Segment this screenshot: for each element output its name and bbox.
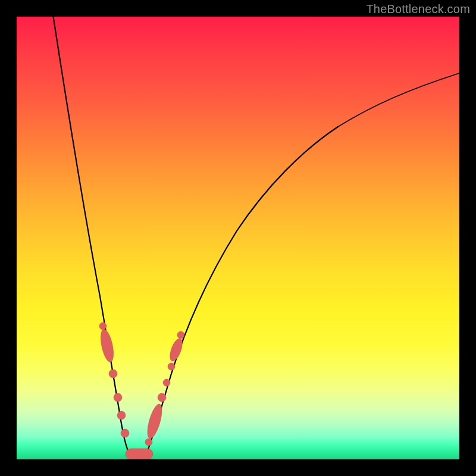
curve-right-branch-upper	[338, 73, 459, 127]
curve-left-branch	[52, 17, 131, 457]
marker-left-dot-1	[109, 369, 117, 378]
marker-rl-3	[163, 379, 170, 386]
watermark-text: TheBottleneck.com	[366, 2, 470, 16]
curve-right-branch-lower	[145, 127, 338, 457]
marker-ru-2	[177, 331, 184, 339]
marker-rl-2	[158, 393, 166, 402]
marker-ll-2	[117, 411, 126, 419]
plot-area	[17, 17, 459, 459]
marker-left-dot-2	[99, 322, 107, 330]
marker-right-cluster-blob	[145, 403, 165, 440]
marker-valley-blob	[126, 449, 153, 459]
marker-ll-1	[114, 393, 122, 402]
marker-ru-1	[168, 363, 175, 370]
frame: TheBottleneck.com	[0, 0, 476, 476]
marker-rl-1	[145, 439, 152, 446]
marker-ll-3	[121, 429, 129, 437]
plot-svg	[17, 17, 459, 459]
marker-left-cluster-blob	[98, 328, 115, 364]
